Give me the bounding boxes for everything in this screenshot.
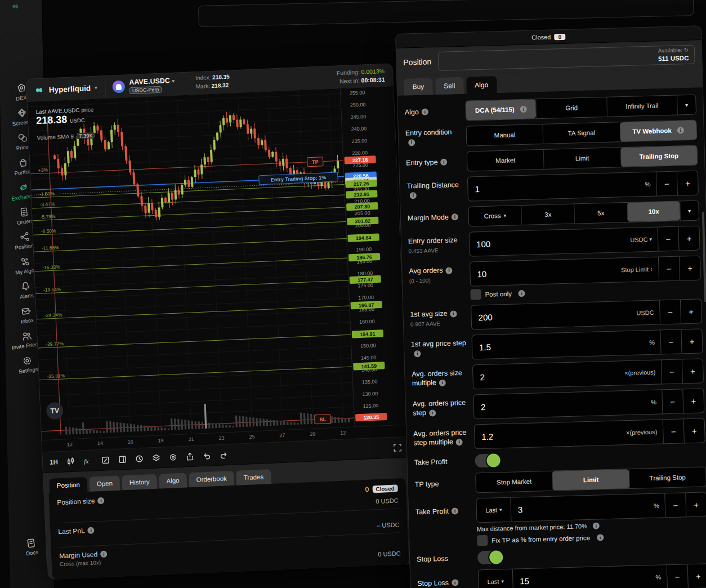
plus-button[interactable]: + — [679, 256, 700, 280]
tab-position[interactable]: Position — [49, 477, 87, 493]
avg-orders-input[interactable]: 10 Stop Limit↕ − + — [470, 255, 701, 286]
fullscreen-button[interactable] — [393, 443, 402, 452]
minus-button[interactable]: − — [661, 359, 682, 384]
layers-icon[interactable] — [151, 453, 160, 462]
plus-button[interactable]: + — [687, 564, 706, 588]
info-icon[interactable]: i — [445, 267, 452, 274]
plus-button[interactable]: + — [680, 299, 701, 323]
refresh-icon[interactable]: ↻ — [683, 47, 689, 53]
segment-cross[interactable]: Cross▾ — [468, 206, 521, 226]
segment-manual[interactable]: Manual — [466, 124, 543, 146]
info-icon[interactable]: i — [408, 139, 415, 146]
minus-button[interactable]: − — [660, 329, 681, 354]
minus-button[interactable]: − — [657, 227, 678, 251]
gear-icon[interactable] — [168, 453, 177, 462]
info-icon[interactable]: i — [100, 551, 108, 558]
info-icon[interactable]: i — [452, 508, 458, 515]
fix-tp-checkbox[interactable] — [477, 535, 488, 546]
minus-button[interactable]: − — [662, 389, 683, 413]
info-icon[interactable]: i — [429, 409, 436, 416]
info-icon[interactable]: i — [456, 439, 463, 446]
segments-dropdown-caret[interactable]: ▾ — [677, 95, 696, 115]
info-icon[interactable]: i — [597, 534, 604, 541]
segment-trailing-stop[interactable]: Trailing Stop — [629, 467, 706, 488]
plus-button[interactable]: + — [681, 329, 702, 353]
tab-open[interactable]: Open — [89, 476, 120, 492]
segment-5x[interactable]: 5x — [574, 203, 627, 224]
redo-icon[interactable] — [219, 451, 228, 460]
post-only-checkbox[interactable] — [470, 289, 481, 300]
plus-button[interactable]: + — [683, 418, 705, 443]
price-chart[interactable]: 255.00250.00245.00240.00235.00230.00225.… — [28, 87, 408, 440]
minus-button[interactable]: − — [656, 172, 677, 196]
avg-orders-price-step-multiple-input[interactable]: 1.2 ×(previous) − + — [474, 418, 705, 449]
info-icon[interactable]: i — [439, 379, 446, 386]
info-icon[interactable]: i — [452, 580, 458, 586]
segment-trailing-stop[interactable]: Trailing Stop — [620, 146, 697, 167]
avg-orders-size-multiple-input[interactable]: 2 ×(previous) − + — [472, 358, 704, 389]
info-icon[interactable]: i — [422, 109, 428, 115]
segment-limit[interactable]: Limit — [552, 469, 629, 491]
segment-limit[interactable]: Limit — [543, 148, 620, 169]
minus-button[interactable]: − — [658, 257, 680, 281]
minus-button[interactable]: − — [663, 419, 684, 443]
trailing-distance-input[interactable]: 1 % − + — [467, 171, 699, 202]
info-icon[interactable]: i — [440, 159, 447, 166]
segment-dca-54-115[interactable]: DCA (54/115)i — [466, 99, 536, 120]
segments-dropdown-caret[interactable]: ▾ — [680, 201, 699, 221]
plus-button[interactable]: + — [682, 389, 704, 413]
layout-icon[interactable] — [118, 455, 127, 464]
position-selector-box[interactable]: Available: ↻ 511 USDC — [438, 45, 695, 71]
stop-loss-input[interactable]: Last▾ 15 % − + — [478, 563, 706, 588]
take-profit-toggle[interactable] — [475, 453, 501, 467]
candles-icon[interactable] — [66, 457, 75, 466]
tab-buy[interactable]: Buy — [404, 78, 432, 95]
tab-trades[interactable]: Trades — [236, 469, 271, 485]
info-icon[interactable]: i — [519, 289, 525, 296]
price-source-dropdown[interactable]: Last▾ — [476, 498, 511, 523]
platform-selector[interactable]: Hyperliquid ▾ — [26, 76, 106, 102]
info-icon[interactable]: i — [450, 310, 457, 317]
plus-button[interactable]: + — [682, 359, 703, 383]
undo-icon[interactable] — [202, 451, 211, 460]
avg-orders-price-step-input[interactable]: 2 % − + — [473, 388, 704, 419]
alert-icon[interactable] — [135, 454, 144, 463]
info-icon[interactable]: i — [97, 497, 105, 505]
segment-infinity-trail[interactable]: Infinity Trail — [606, 96, 677, 117]
unit-dropdown[interactable]: USDC▾ — [630, 228, 658, 252]
tab-orderbook[interactable]: Orderbook — [189, 471, 234, 487]
segment-stop-market[interactable]: Stop Market — [476, 471, 552, 493]
entry-order-size-input[interactable]: 100 USDC▾ − + — [469, 226, 700, 257]
minus-button[interactable]: − — [659, 300, 681, 324]
minus-button[interactable]: − — [664, 493, 686, 517]
share-icon[interactable] — [185, 452, 194, 461]
segment-grid[interactable]: Grid — [536, 97, 607, 118]
info-icon[interactable]: i — [88, 527, 95, 534]
frame-icon[interactable] — [101, 456, 110, 465]
tab-history[interactable]: History — [122, 474, 157, 491]
info-icon[interactable]: i — [452, 214, 458, 221]
fx-icon[interactable]: fx — [83, 456, 93, 465]
interval-button[interactable]: 1H — [50, 458, 58, 466]
info-icon[interactable]: i — [410, 192, 417, 199]
tab-sell[interactable]: Sell — [435, 77, 464, 95]
tab-algo[interactable]: Algo — [159, 473, 187, 488]
minus-button[interactable]: − — [667, 564, 688, 588]
info-icon[interactable]: i — [520, 106, 527, 113]
first-avg-size-input[interactable]: 200 USDC − + — [471, 299, 702, 329]
price-source-dropdown[interactable]: Last▾ — [479, 569, 513, 588]
tab-algo[interactable]: Algo — [466, 76, 497, 93]
pair-selector[interactable]: AAVE.USDC ▾ USDC-Perp — [105, 76, 182, 95]
info-icon[interactable]: i — [593, 523, 600, 529]
stop-loss-toggle[interactable] — [477, 550, 504, 564]
info-icon[interactable]: i — [414, 350, 421, 357]
plus-button[interactable]: + — [685, 492, 706, 516]
segment-ta-signal[interactable]: TA Signal — [543, 122, 620, 144]
plus-button[interactable]: + — [678, 226, 699, 251]
info-icon[interactable]: i — [677, 127, 684, 133]
segment-market[interactable]: Market — [467, 150, 544, 171]
candlestick-chart-svg[interactable]: 255.00250.00245.00240.00235.00230.00225.… — [28, 87, 408, 440]
segment-3x[interactable]: 3x — [521, 204, 574, 225]
plus-button[interactable]: + — [677, 171, 698, 195]
segment-tv-webhook[interactable]: TV Webhooki — [619, 121, 696, 142]
